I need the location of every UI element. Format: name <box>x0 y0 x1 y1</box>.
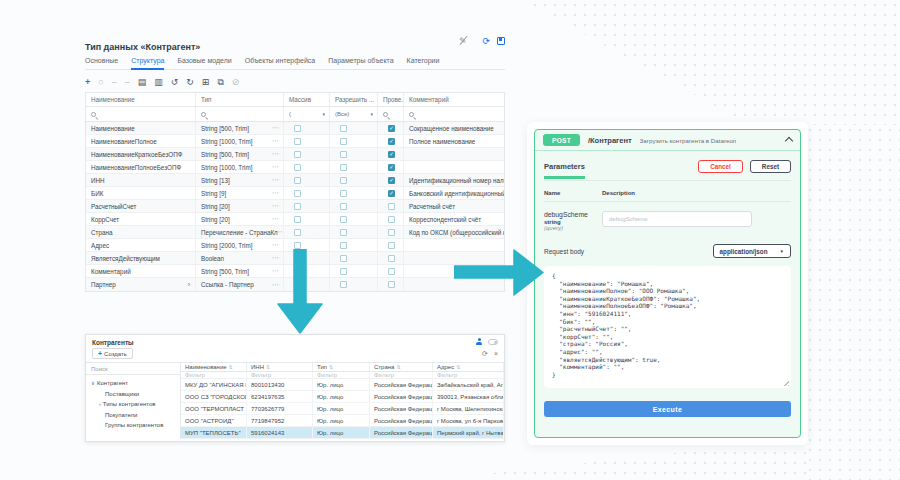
reset-button[interactable]: Reset <box>750 160 791 173</box>
checkbox-unchecked[interactable] <box>294 203 301 210</box>
checkbox-unchecked[interactable] <box>388 268 395 275</box>
redo-icon[interactable]: ↻ <box>186 77 194 87</box>
more-options-icon[interactable]: ⋯ <box>272 189 278 197</box>
column-header[interactable]: Наименование⇅ <box>181 363 247 371</box>
checkbox-unchecked[interactable] <box>294 190 301 197</box>
filter-input[interactable]: Фильтр <box>247 372 313 378</box>
column-header[interactable]: Адрес⇅ <box>433 363 504 371</box>
checkbox-unchecked[interactable] <box>294 177 301 184</box>
checkbox-unchecked[interactable] <box>294 125 301 132</box>
tree-item[interactable]: Группы контрагентов <box>86 420 180 431</box>
filter-input[interactable]: Фильтр <box>313 372 370 378</box>
parameters-tab[interactable]: Parameters <box>544 162 585 171</box>
toggle-icon[interactable] <box>488 339 498 345</box>
chevron-right-icon[interactable]: › <box>188 281 190 288</box>
tab[interactable]: Категории <box>407 57 440 69</box>
block-icon[interactable]: ⊘ <box>232 77 240 87</box>
checkbox-unchecked[interactable] <box>340 164 347 171</box>
more-options-icon[interactable]: ⋯ <box>272 241 278 249</box>
checkbox-checked[interactable]: ✓ <box>388 151 395 158</box>
table-row[interactable]: ООО СЗ "ГОРОДСКОЙ КВАРТАЛ6234197635Юр. л… <box>181 391 504 403</box>
checkbox-unchecked[interactable] <box>294 151 301 158</box>
structure-row[interactable]: ИННString [13]⋯✓Идентификационный номер … <box>86 174 504 187</box>
caret-icon[interactable]: › <box>99 399 101 410</box>
filter-input[interactable]: Фильтр <box>181 372 247 378</box>
checkbox-unchecked[interactable] <box>294 242 301 249</box>
checkbox-unchecked[interactable] <box>294 216 301 223</box>
column-header[interactable]: Тип⇅ <box>313 363 370 371</box>
checkbox-unchecked[interactable] <box>340 138 347 145</box>
checkbox-unchecked[interactable] <box>340 125 347 132</box>
add-table-icon[interactable]: ⊞ <box>202 77 210 87</box>
structure-row[interactable]: НаименованиеString [500, Trim]⋯✓Сокращен… <box>86 122 504 135</box>
structure-row[interactable]: НаименованиеПолноеБезОПФString [1000, Tr… <box>86 161 504 174</box>
table-row[interactable]: МКУ ДО "АГИНСКАЯ РАЙОННАЯ8001013430Юр. л… <box>181 379 504 391</box>
tab[interactable]: Структура <box>131 57 164 70</box>
tab[interactable]: Основные <box>85 57 118 69</box>
table-row[interactable]: ООО "АСТРОИД"7719847952Юр. лицоРоссийска… <box>181 415 504 427</box>
structure-row[interactable]: КоррСчетString [20]⋯Корреспондентский сч… <box>86 213 504 226</box>
save-icon[interactable] <box>497 37 505 45</box>
more-options-icon[interactable]: ⋯ <box>272 215 278 223</box>
checkbox-unchecked[interactable] <box>340 255 347 262</box>
checkbox-unchecked[interactable] <box>388 242 395 249</box>
table-row[interactable]: МУП "ТЕПЛОСЕТЬ"5916024143Юр. лицоРоссийс… <box>181 427 504 439</box>
edit-disabled-icon[interactable]: ✎ <box>459 36 467 46</box>
checkbox-unchecked[interactable] <box>388 216 395 223</box>
more-options-icon[interactable]: ⋯ <box>272 202 278 210</box>
more-options-icon[interactable]: ⋯ <box>272 150 278 158</box>
debugscheme-input[interactable] <box>602 211 752 227</box>
checkbox-unchecked[interactable] <box>294 164 301 171</box>
checkbox-unchecked[interactable] <box>294 229 301 236</box>
api-opblock-header[interactable]: POST /Контрагент Загрузить контрагента в… <box>535 130 800 151</box>
cancel-button[interactable]: Cancel <box>698 160 743 173</box>
checkbox-unchecked[interactable] <box>340 177 347 184</box>
columns-icon[interactable]: ⧉ <box>217 77 223 87</box>
refresh-icon[interactable]: ⟳ <box>482 36 490 46</box>
tree-item[interactable]: Поставщики <box>86 389 180 400</box>
checkbox-unchecked[interactable] <box>340 268 347 275</box>
checkbox-unchecked[interactable] <box>294 138 301 145</box>
checkbox-checked[interactable]: ✓ <box>388 190 395 197</box>
filter-type[interactable] <box>196 107 284 121</box>
checkbox-unchecked[interactable] <box>340 216 347 223</box>
checkbox-checked[interactable]: ✓ <box>388 138 395 145</box>
resize-handle[interactable] <box>782 379 789 386</box>
tree-item[interactable]: Покупатели <box>86 410 180 421</box>
checkbox-unchecked[interactable] <box>388 229 395 236</box>
refresh-circle-icon[interactable]: ○ <box>98 77 103 87</box>
checkbox-unchecked[interactable] <box>340 229 347 236</box>
more-options-icon[interactable]: ⋯ <box>272 137 278 145</box>
chevron-up-icon[interactable] <box>785 137 793 145</box>
filter-input[interactable]: Фильтр <box>433 372 504 378</box>
checkbox-checked[interactable]: ✓ <box>388 164 395 171</box>
checkbox-unchecked[interactable] <box>388 255 395 262</box>
undo-icon[interactable]: ↺ <box>171 77 179 87</box>
structure-row[interactable]: РасчетныйСчетString [20]⋯Расчетный счёт <box>86 200 504 213</box>
checkbox-checked[interactable]: ✓ <box>388 177 395 184</box>
structure-row[interactable]: БИКString [9]⋯✓Банковский идентификацион… <box>86 187 504 200</box>
filter-input[interactable]: Фильтр <box>370 372 433 378</box>
checkbox-unchecked[interactable] <box>340 242 347 249</box>
add-icon[interactable]: + <box>85 77 90 87</box>
content-type-select[interactable]: application/json ▼ <box>713 244 791 258</box>
structure-row[interactable]: СтранаПеречисление - СтранаКл⋯Код по ОКС… <box>86 226 504 239</box>
remove-icon[interactable]: – <box>112 77 117 87</box>
sort-icon[interactable]: ⇅ <box>396 364 400 370</box>
filter-comment[interactable] <box>404 107 504 121</box>
tree-item[interactable]: ∨Контрагент <box>86 378 180 389</box>
checkbox-unchecked[interactable] <box>388 203 395 210</box>
column-header[interactable]: ИНН⇅ <box>247 363 313 371</box>
sort-icon[interactable]: ⇅ <box>329 364 333 370</box>
sort-icon[interactable]: ⇅ <box>229 364 233 370</box>
tab[interactable]: Объекты интерфейса <box>245 57 315 69</box>
more-options-icon[interactable]: ⋯ <box>272 124 278 132</box>
sort-icon[interactable]: ⇅ <box>266 364 270 370</box>
checkbox-unchecked[interactable] <box>340 151 347 158</box>
column-header[interactable]: Страна⇅ <box>370 363 433 371</box>
more-options-icon[interactable]: ⋯ <box>272 176 278 184</box>
more-options-icon[interactable]: ⋯ <box>272 163 278 171</box>
request-body-editor[interactable]: { "наименование": "Ромашка", "наименован… <box>544 266 791 388</box>
execute-button[interactable]: Execute <box>544 401 791 417</box>
close-icon[interactable]: × <box>494 350 498 358</box>
